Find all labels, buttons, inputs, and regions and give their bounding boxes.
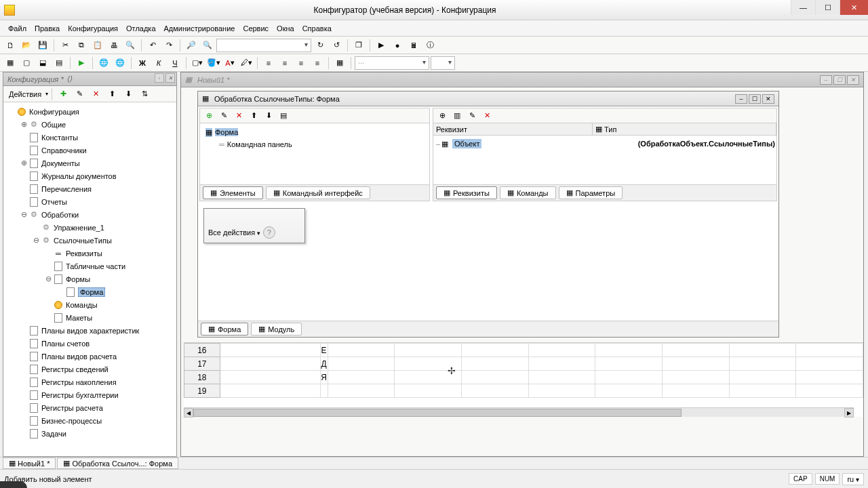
tree-node[interactable]: Перечисления [5,182,175,195]
sidebar-close-icon[interactable]: ✕ [165,73,175,83]
new-icon[interactable]: 🗋 [3,38,18,53]
tree-down-icon[interactable]: ⬇ [121,87,136,102]
size-combo[interactable] [431,56,455,70]
help-icon[interactable]: ? [263,226,275,239]
print-icon[interactable]: 🖶 [106,38,121,53]
tree-node[interactable]: ⊖⚙Обработки [5,208,175,221]
bg-maximize-button[interactable]: ☐ [833,75,846,85]
format-icon[interactable]: ▦ [332,56,347,70]
highlight-icon[interactable]: 🖊▾ [239,56,254,70]
tree-node[interactable]: Форма [5,285,175,298]
scroll-left-icon[interactable]: ◀ [184,408,193,418]
search-combo[interactable] [216,39,311,52]
scroll-thumb[interactable] [193,409,682,417]
os-launcher-icon[interactable] [0,481,27,488]
bottom-tab-form[interactable]: ▦Форма [201,323,248,336]
windows-icon[interactable]: ❐ [351,38,366,53]
tree-node[interactable]: Задачи [5,427,175,440]
copy-icon[interactable]: ⧉ [74,38,89,53]
tree-edit-icon[interactable]: ✎ [72,87,87,102]
form-root-node[interactable]: Форма [215,128,238,136]
menu-windows[interactable]: Окна [273,20,298,36]
paste-icon[interactable]: 📋 [90,38,105,53]
tree-node[interactable]: Регистры расчета [5,401,175,414]
menu-edit[interactable]: Правка [31,20,64,36]
tree-node[interactable]: ⊕⚙Общие [5,118,175,131]
tree-node[interactable]: ⚙Упражнение_1 [5,221,175,234]
globe-icon[interactable]: 🌐 [96,56,111,70]
preview-icon[interactable]: 🔍 [123,38,138,53]
el-more-icon[interactable]: ▤ [277,110,290,122]
menu-debug[interactable]: Отладка [122,20,159,36]
tab-attributes[interactable]: ▦Реквизиты [436,186,497,199]
tree-node[interactable]: Планы видов расчета [5,350,175,363]
lang-indicator[interactable]: ru ▾ [842,473,864,485]
tab-new1[interactable]: ▦Новый1 * [3,458,56,469]
run-icon[interactable]: ▶ [74,56,89,70]
maximize-button[interactable]: ☐ [815,0,840,15]
border-icon[interactable]: ▢▾ [190,56,205,70]
tree-node[interactable]: Макеты [5,311,175,324]
tree-node[interactable]: ⊖⚙СсылочныеТипы [5,234,175,247]
tree-node[interactable]: Журналы документов [5,169,175,182]
command-panel-node[interactable]: Командная панель [227,140,292,148]
refresh2-icon[interactable]: ↺ [329,38,344,53]
tree-node[interactable]: Команды [5,298,175,311]
horizontal-scrollbar[interactable]: ◀ ▶ [184,407,854,417]
font-combo[interactable]: ... [355,56,429,70]
refresh-icon[interactable]: ↻ [313,38,328,53]
actions-menu[interactable]: Действия [6,90,44,98]
attr-add-icon[interactable]: ⊕ [436,110,448,122]
tree-node[interactable]: ═Реквизиты [5,247,175,260]
el-up-icon[interactable]: ⬆ [248,110,260,122]
underline-icon[interactable]: Ч [167,56,182,70]
tree-node[interactable]: Планы видов характеристик [5,324,175,337]
minimize-button[interactable]: — [791,0,815,15]
el-down-icon[interactable]: ⬇ [262,110,275,122]
tree-node[interactable]: Справочники [5,144,175,157]
tree-node[interactable]: Константы [5,131,175,144]
tab-elements[interactable]: ▦Элементы [203,186,263,199]
tree-sort-icon[interactable]: ⇅ [137,87,152,102]
italic-icon[interactable]: К [151,56,166,70]
tree-node[interactable]: Отчеты [5,195,175,208]
globe2-icon[interactable]: 🌐 [113,56,127,70]
save-icon[interactable]: 💾 [35,38,50,53]
tab-parameters[interactable]: ▦Параметры [559,186,623,199]
attr-object[interactable]: Объект [452,139,481,148]
menu-config[interactable]: Конфигурация [64,20,122,36]
tree-delete-icon[interactable]: ✕ [88,87,103,102]
find-icon[interactable]: 🔎 [184,38,199,53]
menu-file[interactable]: Файл [4,20,31,36]
tree-node[interactable]: Конфигурация [5,105,175,118]
textcolor-icon[interactable]: А▾ [222,56,237,70]
attr-edit-icon[interactable]: ✎ [466,110,478,122]
attr-delete-icon[interactable]: ✕ [481,110,493,122]
el-add-icon[interactable]: ⊕ [203,110,215,122]
debug-start-icon[interactable]: ▶ [374,38,389,53]
fill-icon[interactable]: 🪣▾ [206,56,221,70]
merge-icon[interactable]: ⬓ [35,56,50,70]
bg-minimize-button[interactable]: – [820,75,832,85]
debug-break-icon[interactable]: ● [390,38,405,53]
tree-node[interactable]: ⊕Документы [5,157,175,169]
scroll-right-icon[interactable]: ▶ [844,408,854,418]
tree-node[interactable]: Планы счетов [5,337,175,350]
find2-icon[interactable]: 🔍 [200,38,215,53]
attr-cols-icon[interactable]: ▥ [451,110,463,122]
tree-add-icon[interactable]: ✚ [56,87,71,102]
align-left-icon[interactable]: ≡ [261,56,276,70]
info-icon[interactable]: ⓘ [422,38,437,53]
grid-icon[interactable]: ▦ [3,56,18,70]
fe-maximize-button[interactable]: ☐ [749,94,761,104]
calc-icon[interactable]: 🖩 [406,38,421,53]
tree-node[interactable]: Регистры накопления [5,375,175,388]
tree-node[interactable]: ⊖Формы [5,272,175,285]
sidebar-pin-icon[interactable]: ◦ [155,73,164,83]
tree-node[interactable]: Бизнес-процессы [5,414,175,427]
align-center-icon[interactable]: ≡ [277,56,292,70]
undo-icon[interactable]: ↶ [145,38,160,53]
config-tree[interactable]: Конфигурация⊕⚙ОбщиеКонстантыСправочники⊕… [3,102,176,456]
tree-node[interactable]: Регистры бухгалтерии [5,388,175,401]
bg-close-button[interactable]: ✕ [847,75,859,85]
